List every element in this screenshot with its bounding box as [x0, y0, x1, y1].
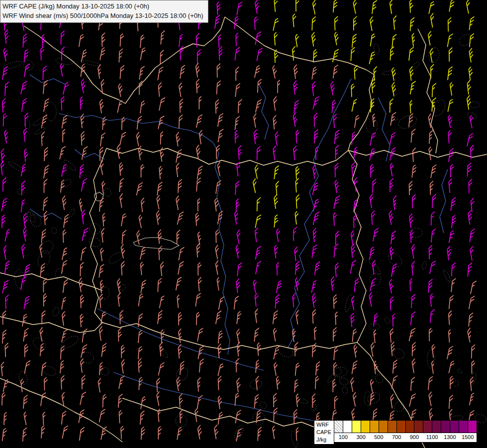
- wind-barb: [293, 227, 297, 241]
- wind-barb: [196, 145, 202, 159]
- wind-barb: [350, 230, 356, 245]
- wind-barb: [23, 227, 29, 241]
- wind-barb: [117, 100, 122, 113]
- wind-barb: [81, 247, 87, 261]
- wind-barb: [352, 99, 357, 112]
- wind-barb: [161, 131, 163, 144]
- legend-value: 500: [370, 434, 387, 440]
- wind-barb: [236, 199, 240, 212]
- wind-barb: [5, 229, 10, 242]
- wind-barb: [101, 228, 106, 243]
- wind-barb: [371, 33, 376, 47]
- wind-barb: [311, 280, 316, 293]
- wind-barb: [335, 130, 339, 144]
- wind-barb: [430, 181, 434, 195]
- wind-barb: [4, 29, 9, 44]
- wind-barb: [21, 164, 27, 177]
- wind-barb: [448, 114, 454, 128]
- wind-barb: [197, 232, 202, 245]
- legend-swatch: [379, 421, 388, 433]
- wind-barb: [216, 310, 221, 325]
- wind-barb: [295, 34, 300, 47]
- wind-barb: [292, 46, 296, 61]
- wind-barb: [62, 411, 66, 425]
- legend-swatch: [450, 421, 459, 433]
- wind-barb: [82, 329, 87, 343]
- wind-barb: [352, 392, 358, 407]
- wind-barb: [469, 48, 474, 63]
- wind-barb: [100, 248, 105, 261]
- wind-barb: [177, 230, 181, 244]
- wind-barb: [466, 0, 472, 13]
- wind-barb: [374, 314, 378, 327]
- wind-barb: [391, 263, 397, 277]
- wind-barb: [44, 147, 48, 161]
- wind-barb: [140, 411, 145, 425]
- wind-barb: [136, 132, 142, 146]
- wind-barb: [138, 358, 142, 372]
- wind-barb: [178, 329, 184, 343]
- wind-barb: [273, 97, 279, 111]
- wind-barb: [390, 99, 393, 112]
- wind-barb: [62, 425, 68, 440]
- wind-barb: [23, 428, 27, 442]
- wind-barb: [391, 342, 395, 356]
- wind-barb: [63, 279, 68, 293]
- wind-barb: [334, 362, 337, 375]
- wind-barb: [219, 296, 224, 311]
- wind-barb: [331, 276, 336, 291]
- wind-barb: [236, 329, 242, 343]
- wind-barb: [274, 32, 279, 46]
- wind-barb: [62, 312, 67, 326]
- wind-barb: [60, 360, 65, 374]
- wind-barb: [390, 0, 395, 14]
- legend-swatch: [414, 421, 423, 433]
- wind-barb: [41, 229, 46, 243]
- wind-barb: [371, 211, 376, 224]
- legend-label-block: WRF CAPE J/kg: [314, 420, 334, 445]
- wind-barb: [122, 230, 126, 244]
- wind-barb: [256, 360, 260, 373]
- wind-barb: [40, 263, 45, 277]
- wind-barb: [428, 279, 432, 293]
- wind-barb: [23, 34, 26, 48]
- wind-barb: [312, 310, 316, 324]
- wind-barb: [196, 178, 200, 192]
- wind-barb: [257, 198, 261, 212]
- wind-barb: [448, 130, 452, 143]
- wind-barb: [118, 84, 124, 97]
- wind-barb: [276, 228, 282, 242]
- wind-barb: [21, 244, 27, 258]
- wind-barb: [335, 263, 339, 277]
- wind-barb: [254, 394, 259, 408]
- wind-barb: [350, 377, 356, 392]
- wind-barb: [431, 360, 436, 373]
- wind-barb: [41, 132, 45, 146]
- cape-legend: WRF CAPE J/kg 10030050070090011001300150…: [314, 420, 477, 445]
- wind-barb: [275, 131, 280, 146]
- wind-barb: [370, 132, 376, 146]
- wind-barb: [390, 329, 394, 342]
- wind-barb: [179, 313, 182, 326]
- legend-swatch: [397, 421, 406, 433]
- wind-barb: [333, 213, 338, 226]
- wind-barb: [2, 280, 8, 294]
- wind-barb: [216, 180, 221, 194]
- wind-barb: [197, 165, 202, 180]
- wind-barb: [292, 112, 298, 127]
- legend-label-model: WRF: [316, 421, 331, 429]
- wind-barb: [351, 47, 355, 61]
- wind-barb: [5, 343, 9, 357]
- wind-barb: [449, 48, 453, 62]
- wind-barb: [273, 310, 278, 325]
- wind-barb: [218, 35, 221, 48]
- wind-barb: [218, 113, 223, 127]
- wind-barb: [140, 262, 145, 275]
- wind-barb: [196, 243, 200, 257]
- wind-barb: [61, 392, 67, 407]
- wind-barb: [333, 0, 338, 12]
- wind-barb: [351, 313, 355, 327]
- wind-barb: [276, 376, 281, 390]
- wind-barb: [80, 262, 84, 276]
- wind-barb: [313, 49, 317, 62]
